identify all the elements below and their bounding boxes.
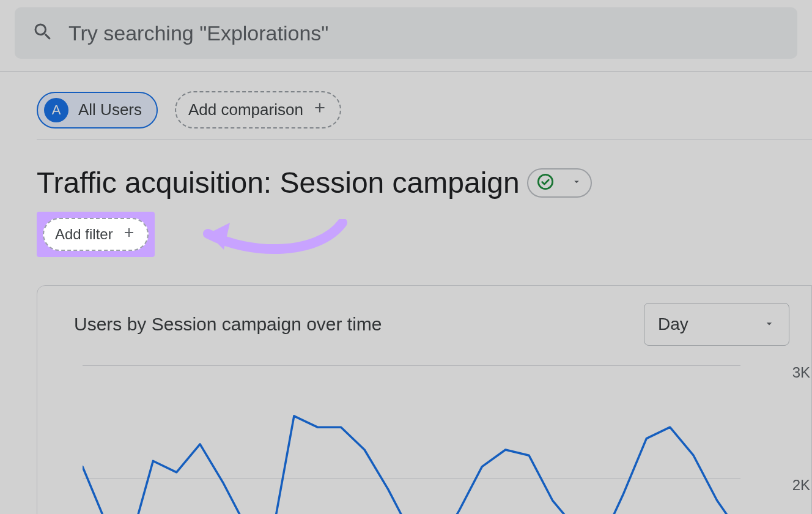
- plus-icon: [312, 100, 328, 120]
- add-filter-label: Add filter: [55, 226, 113, 243]
- report-status-dropdown[interactable]: [527, 168, 592, 198]
- caret-down-icon: [571, 176, 582, 190]
- check-circle-icon: [537, 173, 554, 193]
- granularity-value: Day: [658, 315, 688, 334]
- caret-down-icon: [763, 315, 775, 334]
- chart-area: 3K 2K: [83, 365, 780, 514]
- comparison-row: A All Users Add comparison: [37, 91, 812, 128]
- granularity-select[interactable]: Day: [644, 303, 789, 346]
- comparison-label: All Users: [78, 100, 142, 119]
- add-filter-button[interactable]: Add filter: [43, 218, 149, 251]
- plus-icon: [122, 225, 136, 244]
- add-filter-highlight: Add filter: [37, 212, 155, 257]
- add-comparison-button[interactable]: Add comparison: [175, 91, 341, 128]
- search-bar[interactable]: [15, 7, 797, 59]
- annotation-arrow-icon: [177, 219, 349, 270]
- chart-title: Users by Session campaign over time: [74, 314, 382, 335]
- chips-divider: [37, 140, 812, 140]
- search-icon: [32, 21, 54, 45]
- svg-point-0: [538, 174, 552, 188]
- comparison-badge: A: [44, 98, 68, 122]
- comparison-chip-all-users[interactable]: A All Users: [37, 92, 158, 128]
- y-tick-label: 3K: [792, 364, 810, 381]
- search-input[interactable]: [68, 21, 780, 45]
- line-chart: [83, 365, 740, 514]
- add-comparison-label: Add comparison: [188, 100, 303, 119]
- y-tick-label: 2K: [792, 477, 810, 494]
- chart-card: Users by Session campaign over time Day …: [37, 285, 812, 514]
- page-title: Traffic acquisition: Session campaign: [37, 166, 520, 199]
